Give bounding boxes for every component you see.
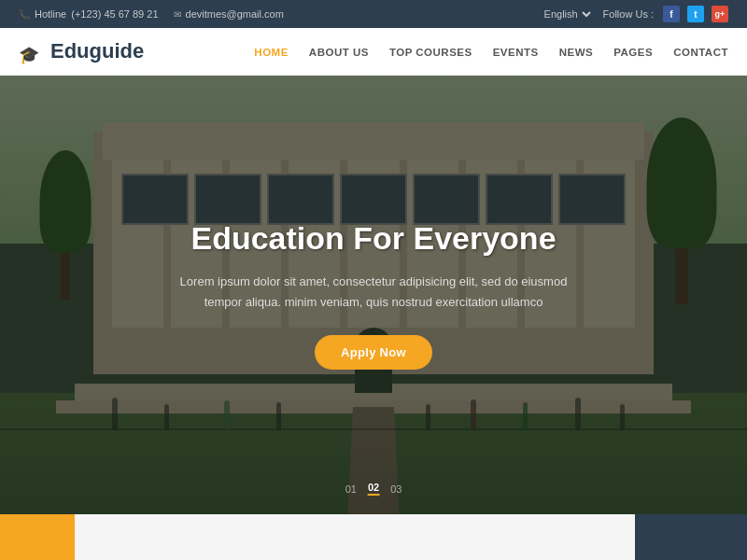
hero-subtitle: Lorem ipsum dolor sit amet, consectetur … [177, 272, 570, 313]
bottom-section [0, 514, 747, 560]
nav-item-home[interactable]: HOME [254, 43, 289, 60]
top-bar: 📞 Hotline (+123) 45 67 89 21 ✉ devitmes@… [0, 0, 747, 28]
nav-item-pages[interactable]: PAGES [613, 43, 653, 60]
slide-dot-1[interactable]: 01 [345, 483, 357, 495]
phone-icon: 📞 [19, 9, 30, 20]
bottom-dark-accent [635, 514, 747, 560]
nav-link-home[interactable]: HOME [254, 47, 289, 58]
hero-content: Education For Everyone Lorem ipsum dolor… [0, 76, 747, 514]
email-info: ✉ devitmes@gmail.com [174, 8, 284, 20]
social-icons: f t g+ [663, 6, 728, 22]
facebook-icon[interactable]: f [663, 6, 680, 22]
nav-item-courses[interactable]: TOP COURSES [389, 43, 472, 60]
logo-icon [19, 42, 45, 61]
language-select[interactable]: English French [541, 7, 594, 21]
hero-section: Education For Everyone Lorem ipsum dolor… [0, 76, 747, 514]
nav-item-events[interactable]: EVENTS [493, 43, 539, 60]
logo[interactable]: Eduguide [19, 39, 144, 63]
hero-title: Education For Everyone [190, 220, 556, 257]
navbar: Eduguide HOME ABOUT US TOP COURSES EVENT… [0, 28, 747, 76]
googleplus-icon[interactable]: g+ [712, 6, 728, 22]
nav-item-about[interactable]: ABOUT US [309, 43, 369, 60]
nav-link-events[interactable]: EVENTS [493, 47, 539, 58]
hotline-label: Hotline [35, 8, 66, 20]
logo-text: Eduguide [50, 39, 144, 63]
hotline-number: (+123) 45 67 89 21 [71, 8, 158, 20]
slide-indicators: 01 02 03 [345, 482, 402, 496]
nav-link-about[interactable]: ABOUT US [309, 47, 369, 58]
mail-icon: ✉ [174, 9, 181, 20]
slide-dot-2[interactable]: 02 [368, 482, 379, 496]
twitter-icon[interactable]: t [687, 6, 704, 22]
nav-link-news[interactable]: NEWS [559, 47, 594, 58]
nav-link-contact[interactable]: CONTACT [673, 47, 728, 58]
slide-dot-3[interactable]: 03 [390, 483, 402, 495]
nav-links: HOME ABOUT US TOP COURSES EVENTS NEWS PA… [254, 43, 728, 60]
bottom-orange-accent [0, 514, 75, 560]
nav-item-news[interactable]: NEWS [559, 43, 594, 60]
hotline-info: 📞 Hotline (+123) 45 67 89 21 [19, 8, 159, 20]
follow-label: Follow Us : [603, 8, 654, 20]
nav-link-pages[interactable]: PAGES [613, 47, 653, 58]
top-bar-right: English French Follow Us : f t g+ [541, 6, 728, 22]
top-bar-left: 📞 Hotline (+123) 45 67 89 21 ✉ devitmes@… [19, 8, 284, 20]
apply-button[interactable]: Apply Now [315, 335, 432, 370]
email-address: devitmes@gmail.com [186, 8, 284, 20]
nav-link-courses[interactable]: TOP COURSES [389, 47, 472, 58]
nav-item-contact[interactable]: CONTACT [673, 43, 728, 60]
